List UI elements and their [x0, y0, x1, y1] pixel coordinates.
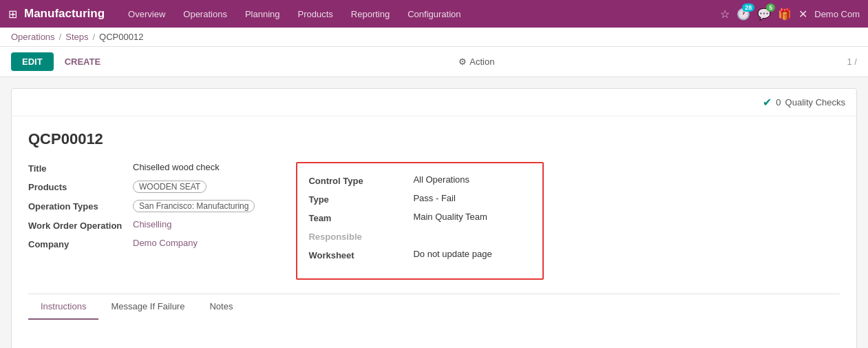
- label-products: Products: [28, 181, 125, 192]
- field-row-operation-types: Operation Types San Francisco: Manufactu…: [28, 200, 255, 212]
- field-row-work-order: Work Order Operation Chiselling: [28, 219, 255, 231]
- quality-label: Quality Checks: [785, 97, 845, 108]
- breadcrumb: Operations / Steps / QCP00012: [0, 28, 868, 47]
- star-icon[interactable]: ☆: [720, 8, 730, 21]
- tab-content: [28, 319, 840, 348]
- nav-operations[interactable]: Operations: [176, 5, 234, 23]
- tab-message-if-failure[interactable]: Message If Failure: [98, 294, 197, 320]
- top-navigation: ⊞ Manufacturing Overview Operations Plan…: [0, 0, 868, 28]
- gear-icon: ⚙: [458, 57, 467, 67]
- nav-configuration[interactable]: Configuration: [401, 5, 467, 23]
- label-team: Team: [308, 212, 405, 223]
- chat-badge: 5: [766, 3, 775, 12]
- label-responsible: Responsible: [308, 230, 405, 242]
- field-row-team: Team Main Quality Team: [308, 212, 531, 223]
- label-title: Title: [28, 162, 125, 174]
- create-button[interactable]: CREATE: [59, 52, 106, 71]
- record-id: QCP00012: [28, 130, 840, 148]
- field-row-products: Products WOODEN SEAT: [28, 181, 255, 193]
- label-type: Type: [308, 193, 405, 205]
- field-row-responsible: Responsible: [308, 230, 531, 242]
- label-worksheet: Worksheet: [308, 249, 405, 260]
- grid-icon[interactable]: ⊞: [8, 8, 17, 21]
- nav-products[interactable]: Products: [291, 5, 340, 23]
- value-worksheet: Do not update page: [413, 249, 491, 259]
- record-body: QCP00012 Title Chiselled wood check Prod…: [12, 116, 856, 348]
- nav-menu: Overview Operations Planning Products Re…: [121, 5, 720, 23]
- tab-instructions[interactable]: Instructions: [28, 294, 98, 320]
- field-row-title: Title Chiselled wood check: [28, 162, 255, 174]
- value-type: Pass - Fail: [413, 193, 455, 203]
- value-products-tag[interactable]: WOODEN SEAT: [133, 181, 207, 193]
- action-center: ⚙ Action: [112, 57, 841, 67]
- nav-reporting[interactable]: Reporting: [344, 5, 396, 23]
- value-team: Main Quality Team: [413, 212, 487, 222]
- value-title: Chiselled wood check: [133, 162, 220, 172]
- action-button[interactable]: ⚙ Action: [458, 57, 494, 67]
- field-row-control-type: Control Type All Operations: [308, 174, 531, 186]
- pagination: 1 /: [847, 57, 857, 67]
- nav-overview[interactable]: Overview: [121, 5, 172, 23]
- user-label: Demo Com: [814, 9, 860, 19]
- label-work-order: Work Order Operation: [28, 219, 125, 231]
- fields-left: Title Chiselled wood check Products WOOD…: [28, 162, 255, 280]
- settings-icon[interactable]: ✕: [798, 8, 807, 21]
- edit-button[interactable]: EDIT: [11, 52, 54, 71]
- app-title: Manufacturing: [24, 7, 105, 21]
- quality-checks-bar: ✔ 0 Quality Checks: [12, 89, 856, 116]
- field-row-worksheet: Worksheet Do not update page: [308, 249, 531, 260]
- value-operation-types-tag[interactable]: San Francisco: Manufacturing: [133, 200, 255, 212]
- field-row-type: Type Pass - Fail: [308, 193, 531, 205]
- gift-icon[interactable]: 🎁: [778, 8, 792, 21]
- timer-badge: 28: [742, 3, 754, 12]
- value-work-order[interactable]: Chiselling: [133, 219, 171, 229]
- nav-planning[interactable]: Planning: [238, 5, 287, 23]
- fields-container: Title Chiselled wood check Products WOOD…: [28, 162, 840, 280]
- label-control-type: Control Type: [308, 174, 405, 186]
- value-company[interactable]: Demo Company: [133, 238, 198, 248]
- main-content: ✔ 0 Quality Checks QCP00012 Title Chisel…: [0, 77, 868, 348]
- chat-icon[interactable]: 💬 5: [757, 8, 771, 21]
- topnav-right: ☆ 🕐 28 💬 5 🎁 ✕ Demo Com: [720, 8, 860, 21]
- breadcrumb-sep-2: /: [92, 32, 95, 42]
- label-operation-types: Operation Types: [28, 200, 125, 212]
- timer-icon[interactable]: 🕐 28: [737, 8, 750, 21]
- breadcrumb-sep-1: /: [59, 32, 62, 42]
- breadcrumb-steps[interactable]: Steps: [65, 32, 88, 42]
- label-company: Company: [28, 238, 125, 249]
- tab-notes[interactable]: Notes: [197, 294, 245, 320]
- field-row-company: Company Demo Company: [28, 238, 255, 249]
- action-bar: EDIT CREATE ⚙ Action 1 /: [0, 47, 868, 77]
- quality-count: 0: [776, 97, 781, 108]
- breadcrumb-operations[interactable]: Operations: [11, 32, 55, 42]
- record-card: ✔ 0 Quality Checks QCP00012 Title Chisel…: [11, 88, 857, 348]
- tabs-bar: Instructions Message If Failure Notes: [28, 294, 840, 319]
- fields-right: Control Type All Operations Type Pass - …: [296, 162, 544, 280]
- breadcrumb-current: QCP00012: [99, 32, 143, 42]
- checkmark-icon: ✔: [763, 96, 772, 109]
- quality-checks-button[interactable]: ✔ 0 Quality Checks: [763, 96, 845, 109]
- value-control-type: All Operations: [413, 174, 469, 185]
- action-label: Action: [469, 57, 494, 67]
